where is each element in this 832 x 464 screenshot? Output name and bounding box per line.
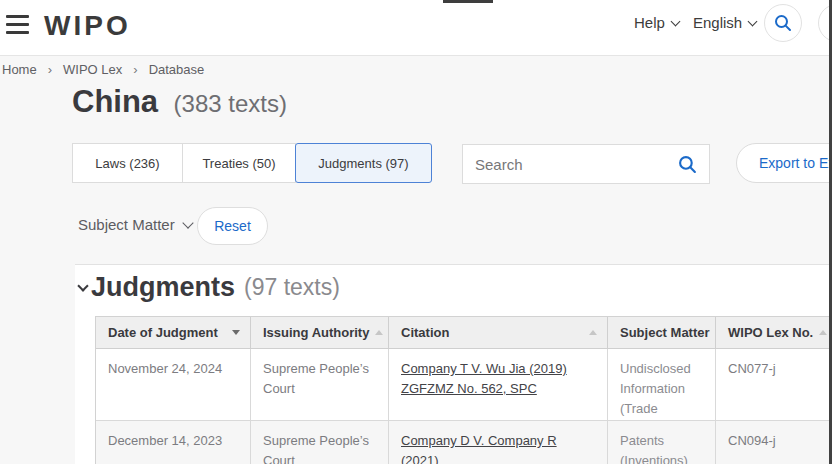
- section-count: (97 texts): [244, 274, 340, 301]
- section-title: Judgments: [91, 272, 235, 303]
- cell-citation: Company D V. Company R (2021) ZGFZMZ No.…: [389, 421, 608, 464]
- search-box: [462, 144, 710, 184]
- collapse-chevron-icon[interactable]: [77, 280, 88, 291]
- cell-authority: Supreme People’s Court: [251, 421, 389, 464]
- reset-button[interactable]: Reset: [197, 207, 268, 245]
- column-header-authority[interactable]: Issuing Authority: [251, 317, 389, 349]
- chevron-down-icon: [748, 17, 758, 27]
- breadcrumb-wipo-lex[interactable]: WIPO Lex: [63, 62, 122, 77]
- tab-treaties[interactable]: Treaties (50): [182, 143, 296, 183]
- tab-laws[interactable]: Laws (236): [72, 143, 183, 183]
- texts-count: (383 texts): [174, 90, 287, 117]
- section-heading: Judgments (97 texts): [79, 272, 340, 303]
- wipo-logo[interactable]: WIPO: [44, 10, 131, 42]
- cell-date: December 14, 2023: [96, 421, 251, 464]
- column-header-lex-no[interactable]: WIPO Lex No.: [716, 317, 832, 349]
- subject-matter-filter[interactable]: Subject Matter: [78, 216, 192, 233]
- cell-authority: Supreme People’s Court: [251, 349, 389, 421]
- search-icon: [774, 14, 792, 32]
- breadcrumb: Home › WIPO Lex › Database: [2, 62, 204, 77]
- sort-icon: [589, 330, 597, 335]
- cell-subject: Undisclosed Information (Trade Secrets): [608, 349, 716, 421]
- citation-link[interactable]: Company D V. Company R (2021): [401, 431, 595, 464]
- tab-judgments[interactable]: Judgments (97): [295, 143, 432, 183]
- menu-icon[interactable]: [6, 15, 30, 39]
- breadcrumb-home[interactable]: Home: [2, 62, 37, 77]
- category-tabs: Laws (236) Treaties (50) Judgments (97): [72, 143, 432, 183]
- top-bar: WIPO Help English: [0, 0, 832, 56]
- breadcrumb-separator: ›: [48, 62, 52, 77]
- citation-link[interactable]: ZGFZMZ No. 562, SPC: [401, 379, 595, 399]
- column-header-citation[interactable]: Citation: [389, 317, 608, 349]
- sort-descending-icon: [232, 330, 240, 335]
- search-icon[interactable]: [678, 155, 697, 174]
- help-label: Help: [634, 14, 665, 31]
- header-search-button[interactable]: [764, 4, 802, 42]
- breadcrumb-separator: ›: [133, 62, 137, 77]
- judgments-table: Date of Judgment Issuing Authority Citat…: [95, 316, 832, 464]
- cell-lex-no: CN077-j: [716, 349, 832, 421]
- cell-subject: Patents (Inventions): [608, 421, 716, 464]
- breadcrumb-database[interactable]: Database: [149, 62, 205, 77]
- language-menu[interactable]: English: [693, 14, 756, 31]
- subject-matter-label: Subject Matter: [78, 216, 175, 233]
- cell-citation: Company T V. Wu Jia (2019) ZGFZMZ No. 56…: [389, 349, 608, 421]
- column-header-date[interactable]: Date of Judgment: [96, 317, 251, 349]
- search-input[interactable]: [475, 156, 678, 173]
- page-title: China (383 texts): [72, 84, 287, 120]
- country-name: China: [72, 84, 158, 119]
- browser-tab-edge: [443, 0, 493, 3]
- sort-icon: [375, 330, 383, 335]
- language-label: English: [693, 14, 742, 31]
- sort-icon: [819, 330, 827, 335]
- chevron-down-icon: [182, 217, 193, 228]
- chevron-down-icon: [670, 17, 680, 27]
- column-header-subject[interactable]: Subject Matter: [608, 317, 716, 349]
- cell-date: November 24, 2024: [96, 349, 251, 421]
- citation-link[interactable]: Company T V. Wu Jia (2019): [401, 359, 595, 379]
- export-to-excel-button[interactable]: Export to Excel: [736, 143, 832, 183]
- help-menu[interactable]: Help: [634, 14, 679, 31]
- cell-lex-no: CN094-j: [716, 421, 832, 464]
